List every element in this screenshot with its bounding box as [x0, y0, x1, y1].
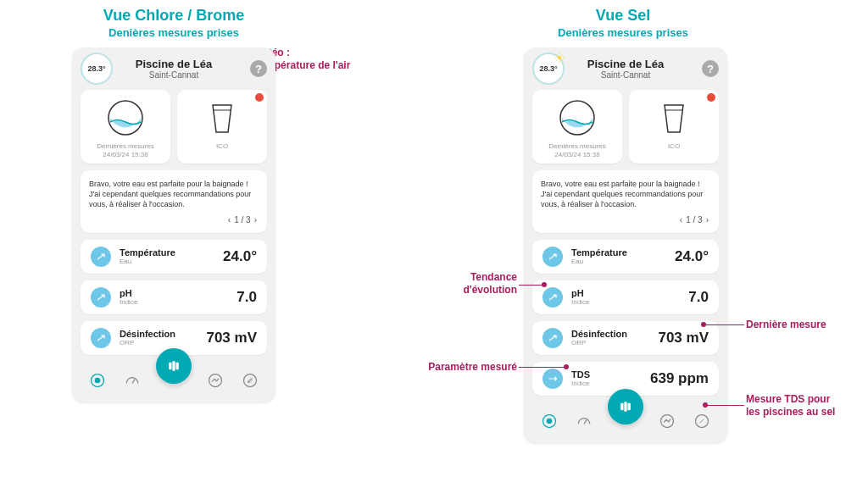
message-text: Bravo, votre eau est parfaite pour la ba…	[89, 179, 259, 209]
help-button[interactable]: ?	[702, 60, 719, 77]
message-card[interactable]: Bravo, votre eau est parfaite pour la ba…	[532, 170, 719, 232]
pager[interactable]: ‹1 / 3›	[89, 215, 259, 225]
phone-screen-left: 28.3° Piscine de Léa Saint-Cannat ? Dern…	[72, 47, 275, 402]
trend-up-icon	[542, 287, 563, 308]
metric-name: Désinfection	[120, 329, 206, 339]
nav-chart-icon[interactable]	[205, 370, 225, 391]
nav-edit-icon[interactable]	[240, 370, 260, 391]
weather-badge[interactable]: 28.3°	[81, 53, 113, 85]
svg-point-19	[560, 101, 594, 135]
fab-button[interactable]	[156, 348, 192, 384]
weather-temp: 28.3°	[539, 64, 557, 73]
svg-rect-21	[620, 402, 623, 409]
alert-icon	[255, 93, 264, 102]
annotation-line	[519, 367, 566, 368]
trend-up-icon	[91, 247, 111, 267]
metric-value: 639 ppm	[650, 370, 709, 387]
bottom-nav	[81, 363, 267, 397]
help-button[interactable]: ?	[250, 60, 267, 77]
metric-ph[interactable]: pHIndice 7.0	[532, 280, 719, 314]
metric-sub: Eau	[571, 258, 675, 265]
view-subtitle-left: Denières mesures prises	[76, 26, 271, 39]
weather-badge[interactable]: 28.3°	[532, 53, 565, 85]
ico-device-icon	[201, 97, 243, 139]
annotation-last-measure: Dernière mesure	[746, 319, 826, 331]
view-title-right: Vue Sel	[526, 7, 721, 25]
annotation-dot	[701, 322, 706, 327]
sun-icon	[554, 52, 565, 64]
ico-device-icon	[653, 97, 695, 139]
metric-name: Désinfection	[571, 329, 658, 339]
svg-rect-3	[172, 361, 175, 371]
view-title-left: Vue Chlore / Brome	[76, 7, 271, 25]
bottom-nav	[532, 404, 719, 438]
trend-up-icon	[542, 328, 563, 348]
tile-measures[interactable]: Dernières mesures 24/03/24 15:38	[532, 90, 622, 164]
tile-measures-label: Dernières mesures 24/03/24 15:38	[97, 142, 154, 158]
metric-value: 24.0°	[675, 248, 709, 265]
annotation-dot	[703, 402, 708, 408]
pool-icon	[556, 97, 598, 139]
pool-icon	[104, 97, 147, 139]
pool-location: Saint-Cannat	[136, 70, 212, 80]
pool-name: Piscine de Léa	[587, 58, 664, 70]
annotation-tds: Mesure TDS pour les piscines au sel	[746, 393, 835, 419]
svg-line-18	[562, 54, 563, 55]
pool-name: Piscine de Léa	[136, 58, 212, 70]
metric-name: Température	[120, 247, 223, 258]
nav-home-icon[interactable]	[87, 370, 108, 391]
svg-line-26	[584, 419, 587, 424]
pager-label: 1 / 3	[686, 215, 702, 225]
trend-flat-icon	[542, 369, 563, 389]
metric-name: pH	[120, 288, 236, 298]
annotation-dot	[564, 364, 569, 369]
tile-ico-label: ICO	[668, 142, 680, 151]
nav-edit-icon[interactable]	[692, 411, 712, 431]
metric-value: 703 mV	[658, 330, 709, 347]
chevron-left-icon[interactable]: ‹	[228, 215, 231, 225]
tile-measures[interactable]: Dernières mesures 24/03/24 15:38	[81, 90, 170, 164]
tile-measures-label: Dernières mesures 24/03/24 15:38	[548, 142, 606, 158]
chevron-right-icon[interactable]: ›	[706, 215, 709, 225]
metric-sub: Indice	[571, 380, 650, 387]
chevron-right-icon[interactable]: ›	[254, 215, 257, 225]
metric-value: 24.0°	[223, 248, 257, 265]
metric-name: pH	[571, 288, 688, 298]
metric-sub: ORP	[120, 339, 206, 347]
annotation-dot	[542, 282, 547, 287]
svg-line-17	[556, 60, 557, 61]
pager-label: 1 / 3	[234, 215, 250, 225]
metric-ph[interactable]: pHIndice 7.0	[81, 280, 267, 314]
svg-line-15	[556, 54, 557, 55]
nav-gauge-icon[interactable]	[122, 370, 142, 391]
metric-name: Température	[571, 247, 675, 258]
tile-ico[interactable]: ICO	[629, 90, 719, 164]
metric-sub: Indice	[120, 298, 236, 306]
nav-chart-icon[interactable]	[657, 411, 677, 431]
svg-point-6	[95, 377, 101, 383]
trend-up-icon	[91, 328, 111, 348]
metric-disinfection[interactable]: DésinfectionORP 703 mV	[532, 321, 719, 355]
annotation-param: Paramètre mesuré	[415, 361, 517, 374]
svg-rect-4	[176, 362, 179, 369]
svg-line-16	[562, 60, 563, 61]
trend-up-icon	[542, 247, 563, 267]
message-card[interactable]: Bravo, votre eau est parfaite pour la ba…	[81, 170, 267, 232]
tile-ico[interactable]: ICO	[177, 90, 267, 164]
header: 28.3° Piscine de Léa Saint-Cannat ?	[81, 56, 267, 86]
metric-temperature[interactable]: TempératureEau 24.0°	[532, 240, 719, 274]
metric-value: 7.0	[236, 289, 257, 306]
weather-temp: 28.3°	[87, 64, 105, 73]
annotation-line	[519, 285, 544, 286]
svg-rect-23	[628, 402, 631, 409]
chevron-left-icon[interactable]: ‹	[680, 215, 682, 225]
pager[interactable]: ‹1 / 3›	[541, 215, 710, 225]
alert-icon	[707, 93, 715, 102]
metric-value: 7.0	[688, 289, 709, 306]
header: 28.3° Piscine de Léa Saint-Cannat ?	[532, 56, 719, 86]
nav-home-icon[interactable]	[539, 411, 559, 431]
fab-button[interactable]	[608, 389, 643, 424]
nav-gauge-icon[interactable]	[574, 411, 594, 431]
metric-temperature[interactable]: TempératureEau 24.0°	[81, 240, 267, 274]
annotation-line	[704, 324, 744, 325]
